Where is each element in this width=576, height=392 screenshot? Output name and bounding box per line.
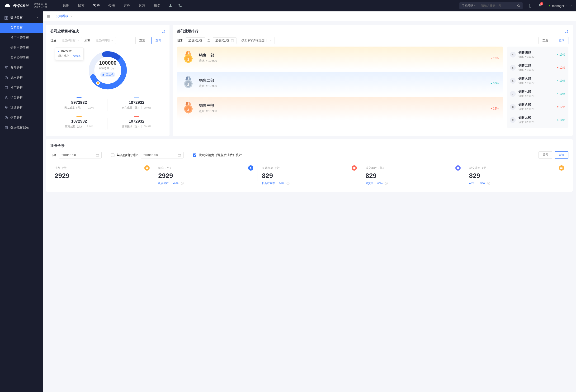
sidebar-subitem[interactable]: 推广主管看板 [0, 33, 43, 43]
panel-goal-achievement: 公司业绩目标达成 目标 请选择目标 周期 请选择周期 重置 [46, 25, 170, 136]
menu-icon [4, 66, 8, 70]
reset-button[interactable]: 重置 [539, 151, 552, 159]
search-box: 手机号码 [460, 2, 522, 9]
cash-checkbox[interactable] [193, 153, 196, 157]
topnav-item[interactable]: 报名 [150, 0, 165, 11]
sidebar-item[interactable]: 数据流转记录 [0, 122, 43, 133]
trend-indicator: 12% [557, 66, 565, 69]
hamburger-icon[interactable] [45, 12, 52, 21]
expand-icon[interactable] [565, 30, 568, 33]
stat-cell: 8972932已完成量（元）70.9% [50, 94, 108, 113]
sidebar-subitem[interactable]: 客户经理看板 [0, 53, 43, 63]
overview-cell: 机会（个）2929机会成本：¥948? [154, 163, 257, 187]
donut-center-label: 目标总量（元） [99, 66, 117, 70]
user-icon[interactable] [168, 3, 173, 8]
overview-sub: ARPU：¥80? [469, 181, 564, 185]
rank-number: 6 [510, 78, 516, 84]
expand-icon[interactable] [161, 30, 165, 33]
compare-checkbox[interactable] [111, 153, 115, 157]
topnav-item[interactable]: 公海 [104, 0, 119, 11]
close-icon[interactable]: × [70, 14, 72, 18]
phone-icon[interactable] [178, 3, 182, 8]
sidebar-subitem[interactable]: 公司看板 [0, 23, 43, 33]
query-button[interactable]: 查询 [151, 37, 165, 44]
query-button[interactable]: 查询 [555, 37, 568, 44]
select-period[interactable]: 请选择周期 [93, 37, 116, 44]
chevron-down-icon [270, 39, 272, 42]
sidebar-item[interactable]: 推广分析 [0, 83, 43, 93]
panel-title: 部门业绩排行 [177, 29, 199, 33]
sidebar-item[interactable]: 销售分析 [0, 113, 43, 122]
help-icon[interactable]: ? [181, 182, 184, 185]
trend-indicator: 12% [490, 57, 499, 60]
topnav-item[interactable]: 客户 [89, 0, 104, 11]
overview-cell: 有效机会（个）829机会有效率：80%? [258, 163, 361, 187]
search-button[interactable] [515, 4, 522, 8]
rank-number: 9 [510, 117, 516, 123]
label-period: 周期 [84, 38, 90, 43]
sidebar-item[interactable]: 漏斗分析 [0, 63, 43, 73]
sidebar-item[interactable]: 成本分析 [0, 73, 43, 83]
tab-company-board[interactable]: 公司看板 × [52, 12, 76, 21]
search-input[interactable] [479, 4, 515, 7]
panel-title: 公司业绩目标达成 [50, 29, 79, 33]
panel-business-overview: 业务全景 日期 2018/01/08 与其他时间对比 2018/01/08 [46, 139, 573, 192]
panel-title: 业务全景 [50, 144, 65, 148]
topnav-item[interactable]: 财务 [119, 0, 134, 11]
trend-indicator: 10% [557, 53, 565, 56]
sidebar-item[interactable]: 渠道分析 [0, 103, 43, 113]
label-date: 日期 [50, 153, 57, 157]
overview-cell: 消费（元）2929 [50, 163, 154, 187]
svg-point-10 [5, 96, 7, 98]
svg-point-15 [6, 117, 7, 118]
topnav-item[interactable]: 数据 [58, 0, 74, 11]
menu-icon [4, 76, 8, 80]
label-date: 日期 [177, 38, 183, 43]
menu-icon [4, 106, 8, 110]
menu-icon [4, 126, 8, 129]
user-menu[interactable]: manager11 [549, 4, 572, 8]
sidebar-subitem[interactable]: 销售主管看板 [0, 43, 43, 53]
query-button[interactable]: 查询 [555, 151, 568, 159]
overview-value: 829 [469, 172, 564, 180]
rank-number: 7 [510, 91, 516, 97]
donut-center-value: 100000 [99, 60, 117, 66]
overview-cell: 成交流水（元）829ARPU：¥80? [465, 163, 568, 187]
topnav-item[interactable]: 线索 [74, 0, 89, 11]
chevron-down-icon [474, 5, 476, 7]
metric-icon [455, 165, 461, 171]
sidebar-group-header[interactable]: 数据看板 [0, 13, 43, 23]
sidebar-item[interactable]: 访客分析 [0, 93, 43, 103]
select-target[interactable]: 请选择目标 [59, 37, 82, 44]
date-input-1[interactable]: 2018/01/08 [59, 152, 102, 158]
svg-rect-5 [6, 16, 8, 18]
donut-status-badge: 已达成 [100, 72, 115, 77]
date-to[interactable]: 2018/01/08 [213, 37, 236, 44]
rank-card: 1销售一部流水 ￥10,90012% [177, 47, 503, 69]
overview-sub: 机会成本：¥948? [158, 181, 253, 185]
device-icon[interactable] [528, 3, 533, 8]
stat-cell: 1072932超额完成（元）89.9% [108, 113, 165, 132]
date-from[interactable]: 2018/01/08 [186, 37, 205, 44]
help-icon[interactable]: ? [287, 182, 289, 185]
calendar-icon [96, 153, 99, 156]
rank-number: 4 [510, 52, 516, 58]
date-input-2[interactable]: 2018/01/08 [141, 152, 183, 158]
topnav-item[interactable]: 运营 [134, 0, 150, 11]
select-stat-by[interactable]: 按工单客户经理统计 [239, 37, 274, 44]
logo[interactable]: 云朵CRM 教育机构一站 式服务云平台 [4, 3, 49, 8]
chevron-down-icon [111, 39, 113, 42]
help-icon[interactable]: ? [487, 182, 490, 185]
chevron-down-icon [77, 39, 79, 42]
reset-button[interactable]: 重置 [135, 37, 149, 44]
bell-icon[interactable]: 5 [537, 3, 542, 8]
rank-list: 4销售四部流水 ￥1902010%5销售五部流水 ￥1902012%6销售六部流… [507, 47, 568, 128]
help-icon[interactable]: ? [385, 182, 388, 185]
sidebar: 数据看板 公司看板推广主管看板销售主管看板客户经理看板 漏斗分析成本分析推广分析… [0, 11, 43, 392]
brand-subtitle: 教育机构一站 式服务云平台 [34, 3, 47, 8]
rank-number: 5 [510, 65, 516, 71]
tabs-bar: 公司看板 × [43, 11, 576, 21]
search-type-select[interactable]: 手机号码 [460, 2, 479, 9]
reset-button[interactable]: 重置 [539, 37, 552, 44]
menu-icon [4, 116, 8, 120]
